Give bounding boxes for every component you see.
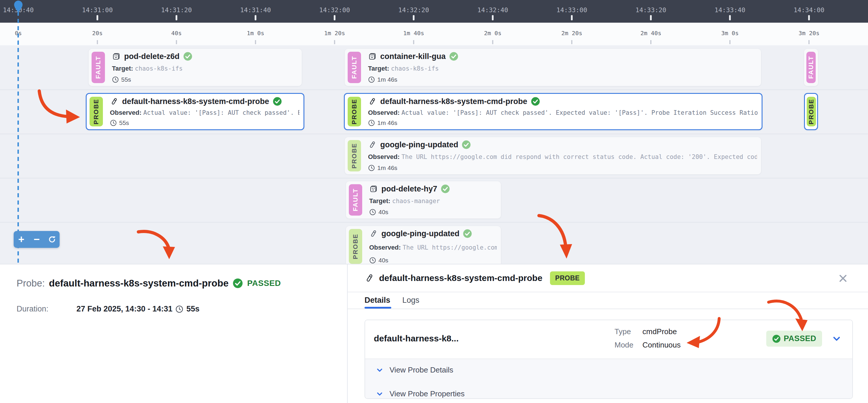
chevron-down-icon[interactable]: [831, 334, 842, 344]
probe-result-card: default-harness-k8... Type cmdProbe Mode…: [365, 320, 853, 399]
check-icon: [232, 278, 243, 289]
probe-card-clipped[interactable]: PROBE: [804, 93, 818, 130]
clock-icon: [369, 209, 376, 215]
clock-tick-label: 14:31:40: [240, 6, 271, 14]
clock-tick-label: 14:33:00: [556, 6, 587, 14]
target-value: chaos-k8s-ifs: [391, 65, 439, 72]
clock-icon: [175, 305, 183, 313]
clock-tick-label: 14:33:20: [636, 6, 666, 14]
probe-icon: [368, 97, 377, 106]
card-duration: 1m 46s: [377, 120, 397, 126]
details-panel-title: default-harness-k8s-system-cmd-probe: [379, 273, 542, 283]
close-icon[interactable]: [837, 273, 849, 284]
probe-name-truncated: default-harness-k8...: [374, 334, 459, 343]
card-duration: 55s: [121, 76, 131, 83]
fault-badge: FAULT: [92, 52, 105, 83]
clock-icon: [368, 76, 375, 83]
observed-value: Actual value: '[Pass]: AUT check passed'…: [143, 109, 300, 116]
card-duration: 1m 46s: [377, 164, 397, 171]
observed-label: Observed:: [369, 244, 401, 251]
probe-badge: PROBE: [349, 229, 362, 264]
elapsed-tick-label: 2m 20s: [561, 30, 582, 37]
chevron-down-icon: [376, 390, 384, 398]
duration-time: 55s: [186, 304, 199, 313]
elapsed-tick-label: 20s: [92, 30, 103, 37]
clock-tick-label: 14:32:00: [319, 6, 350, 14]
active-tab-underline: [365, 307, 391, 309]
fault-icon: [112, 52, 121, 61]
elapsed-ruler: 0s 20s 40s 1m 0s 1m 20s 1m 40s 2m 0s 2m …: [0, 23, 868, 46]
clock-tick-label: 14:34:00: [794, 6, 825, 14]
clock-icon: [368, 120, 375, 126]
observed-label: Observed:: [368, 153, 400, 160]
zoom-out-button[interactable]: −: [30, 231, 43, 248]
card-duration: 40s: [378, 209, 389, 215]
card-title: pod-delete-z6d: [124, 52, 180, 61]
view-probe-details-expander[interactable]: View Probe Details: [376, 366, 453, 374]
check-icon: [183, 52, 192, 61]
observed-label: Observed:: [110, 109, 142, 116]
card-title: default-harness-k8s-system-cmd-probe: [122, 97, 269, 106]
bottom-panels: Probe: default-harness-k8s-system-cmd-pr…: [0, 264, 868, 403]
passed-badge: PASSED: [766, 331, 822, 347]
elapsed-tick-label: 40s: [171, 30, 182, 37]
fault-badge: FAULT: [806, 52, 816, 83]
clock-icon: [368, 164, 375, 171]
check-icon: [463, 229, 472, 238]
fault-card-container-kill-gua[interactable]: FAULT container-kill-gua Target: chaos-k…: [345, 49, 761, 86]
observed-value: Actual value: '[Pass]: AUT check passed'…: [401, 109, 757, 116]
status-badge: PASSED: [247, 279, 281, 288]
observed-label: Observed:: [368, 109, 400, 116]
fault-card-pod-delete-z6d[interactable]: FAULT pod-delete-z6d Target: chaos-k8s-i…: [89, 49, 302, 86]
timeline-canvas[interactable]: FAULT pod-delete-z6d Target: chaos-k8s-i…: [0, 45, 868, 264]
probe-summary-panel: Probe: default-harness-k8s-system-cmd-pr…: [0, 264, 347, 403]
probe-card-google-ping-1m46s[interactable]: PROBE google-ping-updated Observed: The …: [345, 137, 761, 174]
playhead-handle[interactable]: [13, 0, 24, 13]
card-duration: 55s: [119, 120, 129, 126]
duration-label: Duration:: [17, 304, 76, 313]
zoom-reset-button[interactable]: [45, 231, 58, 248]
clock-tick-label: 14:31:00: [82, 6, 113, 14]
mode-label: Mode: [615, 340, 636, 349]
tab-logs[interactable]: Logs: [402, 296, 420, 305]
check-icon: [531, 97, 540, 106]
clock-icon: [112, 76, 119, 83]
card-title: default-harness-k8s-system-cmd-probe: [380, 97, 527, 106]
card-duration: 40s: [378, 257, 389, 264]
target-value: chaos-k8s-ifs: [135, 65, 183, 72]
probe-icon: [110, 97, 119, 106]
probe-icon: [368, 140, 377, 149]
target-label: Target:: [368, 65, 389, 72]
clock-tick-label: 14:31:20: [161, 6, 192, 14]
chevron-down-icon: [376, 366, 384, 374]
mode-value: Continuous: [643, 340, 681, 349]
clock-tick-label: 14:32:20: [398, 6, 429, 14]
card-title: container-kill-gua: [380, 52, 446, 61]
tab-details[interactable]: Details: [365, 296, 391, 305]
type-value: cmdProbe: [643, 327, 677, 336]
probe-type-badge: PROBE: [550, 271, 585, 285]
fault-card-pod-delete-hy7[interactable]: FAULT pod-delete-hy7 Target: chaos-manag…: [346, 181, 501, 219]
view-probe-properties-expander[interactable]: View Probe Properties: [376, 389, 465, 398]
probe-icon: [365, 273, 374, 283]
probe-card-google-ping-40s[interactable]: PROBE google-ping-updated Observed: The …: [346, 226, 501, 264]
details-tabs: Details Logs: [348, 292, 868, 309]
fault-badge: FAULT: [349, 184, 362, 215]
target-value: chaos-manager: [392, 198, 440, 205]
check-icon: [462, 140, 471, 149]
duration-value: 27 Feb 2025, 14:30 - 14:31: [76, 304, 173, 313]
fault-icon: [368, 52, 377, 61]
probe-details-panel: default-harness-k8s-system-cmd-probe PRO…: [347, 264, 868, 403]
target-label: Target:: [112, 65, 133, 72]
check-icon: [273, 97, 282, 106]
zoom-in-button[interactable]: +: [15, 231, 28, 248]
probe-card-cmd-probe-1m46s[interactable]: PROBE default-harness-k8s-system-cmd-pro…: [344, 93, 763, 130]
clock-tick-label: 14:33:40: [714, 6, 745, 14]
probe-label: Probe:: [17, 278, 45, 289]
fault-card-clipped[interactable]: FAULT: [804, 49, 818, 86]
type-label: Type: [615, 327, 636, 336]
probe-name: default-harness-k8s-system-cmd-probe: [49, 278, 228, 289]
elapsed-tick-label: 3m 0s: [721, 30, 739, 37]
probe-card-cmd-probe-55s[interactable]: PROBE default-harness-k8s-system-cmd-pro…: [86, 93, 304, 130]
reset-icon: [48, 235, 56, 244]
